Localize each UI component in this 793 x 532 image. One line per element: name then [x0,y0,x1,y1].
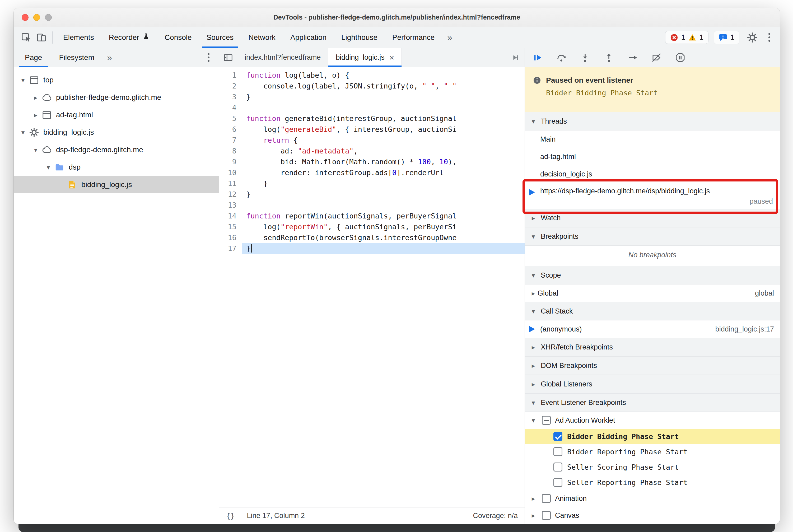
pause-on-exceptions-button[interactable] [675,52,685,63]
step-over-button[interactable] [556,52,567,63]
section-header-scope[interactable]: ▾ Scope [525,266,780,284]
code-line[interactable]: } [242,189,525,200]
section-header-watch[interactable]: ▸ Watch [525,209,780,227]
thread-item-decision-logic-js[interactable]: decision_logic.js [525,165,780,183]
navigator-kebab-icon[interactable] [205,53,213,62]
more-options-kebab-icon[interactable] [765,33,773,42]
disclosure-triangle[interactable]: ▸ [30,94,41,101]
disclosure-triangle[interactable]: ▾ [529,417,537,424]
tab-recorder[interactable]: Recorder [101,27,157,48]
code-line[interactable]: function log(label, o) { [242,70,525,80]
tree-item-dsp[interactable]: ▾dsp [14,158,219,176]
elb-category-canvas[interactable]: ▸Canvas [525,507,780,524]
step-button[interactable] [627,52,638,63]
checkbox-ad-auction-worklet[interactable] [542,416,551,425]
disclosure-triangle[interactable]: ▾ [43,164,54,171]
disclosure-triangle[interactable]: ▾ [30,146,41,154]
elb-item-seller-scoring-phase-start[interactable]: Seller Scoring Phase Start [525,459,780,475]
tab-elements[interactable]: Elements [56,27,101,48]
code-line[interactable]: sendReportTo(browserSignals.interestGrou… [242,232,525,243]
code-line[interactable]: log("generateBid", { interestGroup, auct… [242,124,525,135]
checkbox-seller-scoring-phase-start[interactable] [553,462,562,472]
zoom-window-button[interactable] [45,14,52,21]
tab-lighthouse[interactable]: Lighthouse [334,27,385,48]
checkbox-seller-reporting-phase-start[interactable] [553,478,562,487]
code-line[interactable]: } [242,91,525,102]
section-header-call-stack[interactable]: ▾ Call Stack [525,302,780,320]
tree-item-publisher-fledge-demo-glitch-me[interactable]: ▸publisher-fledge-demo.glitch.me [14,89,219,106]
section-header-dom-breakpoints[interactable]: ▸ DOM Breakpoints [525,356,780,375]
tab-network[interactable]: Network [241,27,283,48]
disclosure-triangle[interactable]: ▸ [30,111,41,119]
elb-item-bidder-bidding-phase-start[interactable]: Bidder Bidding Phase Start [525,429,780,444]
elb-category-ad-auction-worklet[interactable]: ▾Ad Auction Worklet [525,412,780,429]
tab-performance[interactable]: Performance [385,27,442,48]
code-line[interactable]: console.log(label, JSON.stringify(o, " "… [242,80,525,91]
close-tab-icon[interactable]: × [389,53,394,62]
code-editor[interactable]: 1234567891011121314151617 function log(l… [219,67,525,507]
navigator-tab-page[interactable]: Page [16,48,51,67]
section-header-event-listener-breakpoints[interactable]: ▾ Event Listener Breakpoints [525,393,780,412]
issues-badge[interactable]: 1 [714,31,739,44]
code-token: log(label, o) { [281,71,349,79]
tab-sources[interactable]: Sources [199,27,241,48]
tree-item-ad-tag-html[interactable]: ▸ad-tag.html [14,106,219,124]
disclosure-triangle[interactable]: ▾ [17,76,29,84]
section-header-breakpoints[interactable]: ▾ Breakpoints [525,227,780,246]
section-header-global-listeners[interactable]: ▸ Global Listeners [525,375,780,393]
code-line[interactable] [242,200,525,211]
errors-warnings-badge[interactable]: 1 1 [665,31,709,44]
call-stack-frame[interactable]: (anonymous) bidding_logic.js:17 [525,320,780,338]
tree-item-dsp-fledge-demo-glitch-me[interactable]: ▾dsp-fledge-demo.glitch.me [14,141,219,158]
close-window-button[interactable] [22,14,29,21]
checkbox-canvas[interactable] [542,511,551,520]
navigator-tab-filesystem[interactable]: Filesystem [51,48,103,67]
code-line[interactable]: log("reportWin", { auctionSignals, perBu… [242,221,525,232]
frame-icon [29,75,40,86]
more-panels-chevron[interactable]: » [442,32,457,42]
elb-item-bidder-reporting-phase-start[interactable]: Bidder Reporting Phase Start [525,444,780,459]
code-line[interactable]: return { [242,135,525,146]
inspect-element-icon[interactable] [18,30,34,45]
code-line[interactable]: } [242,178,525,189]
disclosure-triangle[interactable]: ▸ [529,495,537,502]
next-editor-tab-icon[interactable] [510,48,525,67]
tree-item-top[interactable]: ▾top [14,71,219,89]
deactivate-breakpoints-button[interactable] [651,52,662,63]
tab-application[interactable]: Application [283,27,334,48]
tree-item-bidding-logic-js[interactable]: bidding_logic.js [14,176,219,193]
step-out-button[interactable] [604,52,614,63]
thread-item-current[interactable]: https://dsp-fledge-demo.glitch.me/dsp/bi… [525,183,780,209]
section-header-xhr-breakpoints[interactable]: ▸ XHR/fetch Breakpoints [525,338,780,356]
checkbox-bidder-bidding-phase-start[interactable] [553,432,562,441]
elb-item-seller-reporting-phase-start[interactable]: Seller Reporting Phase Start [525,475,780,490]
resume-script-button[interactable] [532,52,543,63]
editor-tab-index-html-fencedframe[interactable]: index.html?fencedframe [237,48,328,67]
thread-item-main[interactable]: Main [525,131,780,148]
section-header-threads[interactable]: ▾ Threads [525,112,780,131]
code-line[interactable] [242,102,525,113]
checkbox-animation[interactable] [542,494,551,503]
device-toolbar-icon[interactable] [34,30,49,45]
tree-item-bidding-logic-js[interactable]: ▾bidding_logic.js [14,124,219,141]
code-line[interactable]: function reportWin(auctionSignals, perBu… [242,211,525,221]
editor-tab-bidding-logic-js[interactable]: bidding_logic.js× [328,48,402,67]
elb-category-animation[interactable]: ▸Animation [525,490,780,507]
disclosure-triangle[interactable]: ▾ [17,129,29,136]
hide-navigator-icon[interactable] [219,48,237,67]
disclosure-triangle[interactable]: ▸ [529,512,537,519]
thread-item-ad-tag-html[interactable]: ad-tag.html [525,148,780,165]
code-line[interactable]: function generateBid(interestGroup, auct… [242,113,525,124]
pretty-print-icon[interactable]: {} [226,512,235,520]
settings-gear-icon[interactable] [745,30,760,45]
checkbox-bidder-reporting-phase-start[interactable] [553,447,562,456]
navigator-more-chevron[interactable]: » [103,52,116,63]
scope-row-global[interactable]: ▸ Global global [525,284,780,302]
step-into-button[interactable] [580,52,590,63]
minimize-window-button[interactable] [33,14,40,21]
tab-console[interactable]: Console [157,27,199,48]
code-line[interactable]: render: interestGroup.ads[0].renderUrl [242,167,525,178]
code-line[interactable]: } [242,243,525,254]
code-line[interactable]: ad: "ad-metadata", [242,146,525,156]
code-line[interactable]: bid: Math.floor(Math.random() * 100, 10)… [242,156,525,167]
